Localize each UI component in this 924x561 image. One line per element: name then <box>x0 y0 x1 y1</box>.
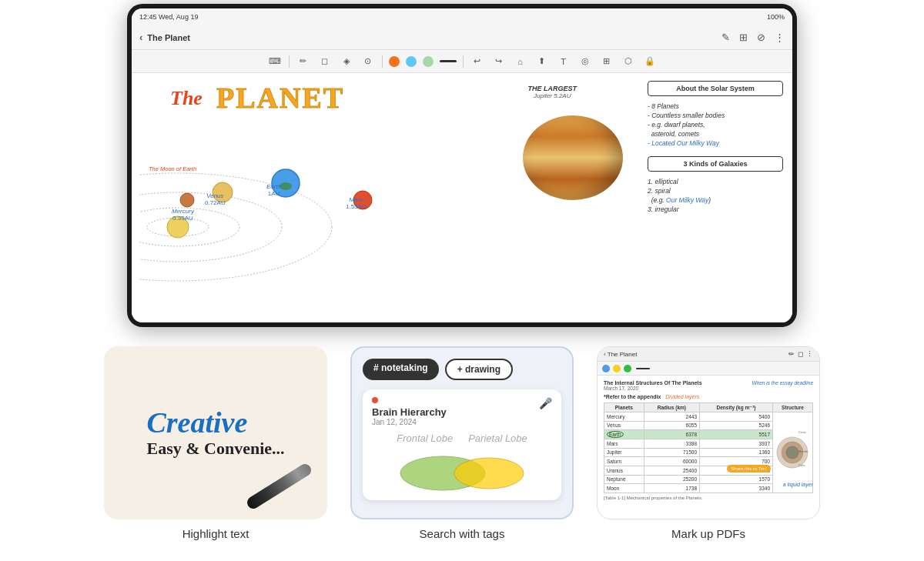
galaxies-box: 3 Kinds of Galaxies <box>648 156 783 172</box>
mic-icon[interactable]: 🎤 <box>539 397 552 409</box>
svg-text:Mantle: Mantle <box>798 449 808 453</box>
svg-text:Crust: Crust <box>798 430 806 434</box>
info-panel: About the Solar System - 8 Planets - Cou… <box>638 73 792 322</box>
color-blue[interactable] <box>406 56 417 67</box>
search-content: # notetaking + drawing Brain Hierarchy J… <box>352 348 572 511</box>
color-green[interactable] <box>423 56 434 67</box>
galaxy-1: 1. elliptical <box>648 178 783 185</box>
pdf-document-content: The Internal Structures Of The Planets M… <box>598 376 819 505</box>
layout-icon[interactable]: ⊞ <box>739 32 748 43</box>
line-thickness[interactable] <box>440 60 457 62</box>
pdf-back-title: ‹ The Planet <box>604 351 637 358</box>
pdf-planets-table: Planets Radius (km) Density (kg m⁻³) Str… <box>604 402 813 493</box>
brain-hierarchy-card: Brain Hierarchy Jan 12, 2024 🎤 Frontal L… <box>363 389 561 500</box>
pdf-icon-2[interactable]: ◻ <box>798 350 803 358</box>
lock-icon[interactable]: 🔒 <box>642 54 658 69</box>
pdf-line[interactable] <box>636 368 650 369</box>
svg-point-11 <box>454 458 524 489</box>
largest-label: THE LARGEST Jupiter 5.2AU <box>527 85 577 99</box>
galaxy-3: 3. irregular <box>648 205 783 213</box>
link-icon[interactable]: ⊘ <box>757 32 765 43</box>
svg-text:Core: Core <box>798 463 805 467</box>
pdf-doc-title: The Internal Structures Of The Planets <box>604 380 702 386</box>
undo-icon[interactable]: ↩ <box>470 54 485 69</box>
note-title-the: The <box>170 87 203 110</box>
pen-icon[interactable]: ✏ <box>296 54 311 69</box>
import-icon[interactable]: ⬆ <box>534 54 550 69</box>
drawing-toolbar: ⌨ ✏ ◻ ◈ ⊙ ↩ ↪ ⌂ ⬆ T ◎ ⊞ ⬡ 🔒 <box>132 50 792 73</box>
jupiter-planet <box>523 115 623 200</box>
brain-visual <box>372 450 552 493</box>
info-item-4: asteroid, comets <box>648 130 783 138</box>
highlighter-icon[interactable]: ◈ <box>339 54 354 69</box>
creative-text: Creative <box>146 407 284 439</box>
redo-icon[interactable]: ↪ <box>491 54 507 69</box>
more-icon[interactable]: ⋮ <box>775 32 785 43</box>
color-orange[interactable] <box>389 56 400 67</box>
pdf-toolbar <box>598 362 819 376</box>
pdf-refer-note: *Refer to the appendix <box>604 394 661 399</box>
pdf-icon-1[interactable]: ✏ <box>788 350 795 358</box>
info-item-2: - Countless smaller bodies <box>648 112 783 119</box>
pdf-color-green[interactable] <box>624 365 631 372</box>
notetaking-tag[interactable]: # notetaking <box>363 359 439 380</box>
shape-icon[interactable]: ◎ <box>578 54 593 69</box>
venus-label: Venus 0.72AU <box>205 192 226 206</box>
search-feature: # notetaking + drawing Brain Hierarchy J… <box>350 346 574 540</box>
eraser-icon[interactable]: ◻ <box>317 54 333 69</box>
text-icon[interactable]: T <box>556 54 571 69</box>
pdf-share-area: [Table 1-1] Mechanical properties of the… <box>604 496 813 500</box>
solar-system-list: - 8 Planets - Countless smaller bodies -… <box>648 102 783 147</box>
svg-point-3 <box>139 173 332 281</box>
note-canvas: The PLANET THE LARGEST Jupiter 5.2AU <box>132 73 792 322</box>
pdf-icon-3[interactable]: ⋮ <box>806 350 813 358</box>
pdf-liquid-note: a liquid layer <box>783 482 813 487</box>
search-label: Search with tags <box>420 527 505 540</box>
planet-illustration-area: The PLANET THE LARGEST Jupiter 5.2AU <box>132 73 638 322</box>
drawing-tag[interactable]: + drawing <box>445 359 513 380</box>
fill-icon[interactable]: ⬡ <box>621 54 636 69</box>
grid-icon[interactable]: ⊞ <box>599 54 614 69</box>
pdf-color-yellow[interactable] <box>613 365 621 372</box>
status-time: 12:45 Wed, Aug 19 <box>139 13 198 21</box>
col-density: Density (kg m⁻³) <box>700 403 773 412</box>
galaxies-list: 1. elliptical 2. spiral (e.g. Our Milky … <box>648 178 783 213</box>
note-mini-header: Brain Hierarchy Jan 12, 2024 🎤 <box>372 397 552 426</box>
separator2 <box>382 55 383 68</box>
separator <box>289 55 290 68</box>
info-item-3: - e.g. dwarf planets, <box>648 121 783 129</box>
earth-label: Earth 1AU <box>266 183 281 197</box>
edit-icon[interactable]: ✎ <box>721 32 730 43</box>
orbit-svg <box>139 115 540 292</box>
mars-label: Mars 1.53AU <box>346 196 367 210</box>
info-item-5: - Located Our Milky Way <box>648 139 783 147</box>
home-icon[interactable]: ⌂ <box>513 54 528 69</box>
pdf-label: Mark up PDFs <box>671 527 745 540</box>
galaxy-2: 2. spiral <box>648 187 783 195</box>
status-battery: 100% <box>767 13 785 21</box>
search-card: # notetaking + drawing Brain Hierarchy J… <box>350 346 574 519</box>
col-structure: Structure <box>773 403 813 412</box>
nav-left: ‹ The Planet <box>139 32 190 43</box>
note-title: The Planet <box>147 33 190 42</box>
info-item-1: - 8 Planets <box>648 102 783 110</box>
tablet-screen: 12:45 Wed, Aug 19 100% ‹ The Planet ✎ ⊞ … <box>132 8 792 322</box>
note-mini-left: Brain Hierarchy Jan 12, 2024 <box>372 397 447 426</box>
solar-system-box: About the Solar System <box>648 81 783 96</box>
pdf-doc-title-block: The Internal Structures Of The Planets M… <box>604 380 702 391</box>
lasso-icon[interactable]: ⊙ <box>360 54 376 69</box>
pdf-share-bubble: Share this to Tim! <box>727 465 771 473</box>
brain-diagram: Frontal Lobe Parietal Lobe <box>372 432 552 444</box>
pdf-mini-header: ‹ The Planet ✏ ◻ ⋮ <box>598 347 819 362</box>
svg-point-8 <box>280 182 292 190</box>
back-button[interactable]: ‹ <box>139 32 142 43</box>
col-radius: Radius (km) <box>644 403 699 412</box>
svg-point-5 <box>180 193 194 207</box>
keyboard-icon[interactable]: ⌨ <box>267 54 283 69</box>
highlight-card: Creative Easy & Convenie... <box>104 346 327 519</box>
tablet-section: 12:45 Wed, Aug 19 100% ‹ The Planet ✎ ⊞ … <box>0 0 924 331</box>
tablet-device: 12:45 Wed, Aug 19 100% ‹ The Planet ✎ ⊞ … <box>127 4 797 327</box>
top-nav: ‹ The Planet ✎ ⊞ ⊘ ⋮ <box>132 25 792 50</box>
pdf-color-blue[interactable] <box>602 365 610 372</box>
pdf-notes-row: *Refer to the appendix Divided layers <box>604 394 813 399</box>
